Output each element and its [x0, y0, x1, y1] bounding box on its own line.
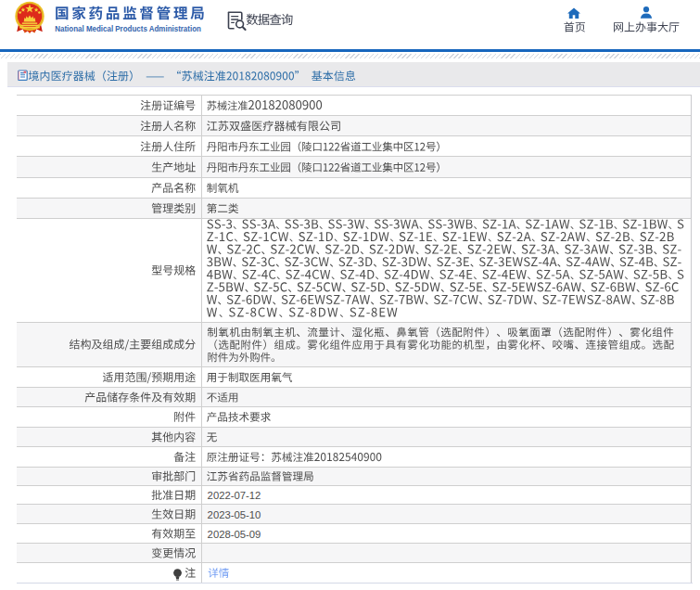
svg-text:2023-05-10: 2023-05-10 — [208, 509, 261, 520]
svg-text:2022-07-12: 2022-07-12 — [208, 490, 261, 501]
svg-text:National Medical Products Admi: National Medical Products Administration — [55, 23, 201, 33]
svg-text:2028-05-09: 2028-05-09 — [208, 529, 261, 540]
